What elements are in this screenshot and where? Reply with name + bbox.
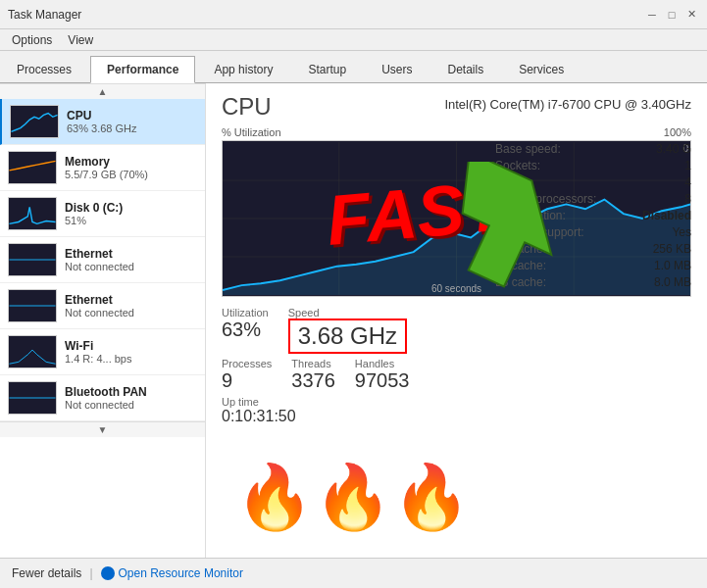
speed-label: Speed	[288, 307, 407, 318]
logical-value: 8	[684, 192, 691, 206]
info-l2: L2 cache: 1.0 MB	[495, 259, 691, 272]
hyperv-value: Yes	[672, 225, 691, 239]
speed-stat: Speed 3.68 GHz	[288, 307, 407, 354]
bluetooth-sidebar-detail: Not connected	[65, 399, 197, 411]
chart-labels: % Utilization 100%	[222, 126, 691, 138]
cpu-model: Intel(R) Core(TM) i7-6700 CPU @ 3.40GHz	[444, 97, 691, 112]
open-monitor-label: Open Resource Monitor	[119, 566, 243, 580]
virtualization-label: Virtualization:	[495, 209, 566, 222]
cpu-sidebar-detail: 63% 3.68 GHz	[67, 122, 197, 134]
chart-utilization-label: % Utilization	[222, 126, 281, 138]
tab-processes[interactable]: Processes	[0, 56, 88, 83]
threads-label: Threads	[291, 358, 335, 369]
info-cores: Cores: 4	[495, 175, 691, 189]
tab-details[interactable]: Details	[430, 56, 500, 83]
sidebar-item-disk[interactable]: Disk 0 (C:) 51%	[0, 191, 205, 237]
info-logical: Logical processors: 8	[495, 192, 691, 206]
disk-sidebar-name: Disk 0 (C:)	[65, 201, 197, 215]
monitor-icon	[101, 566, 115, 580]
menu-options[interactable]: Options	[4, 31, 60, 49]
bluetooth-sidebar-info: Bluetooth PAN Not connected	[65, 385, 197, 411]
sidebar-item-memory[interactable]: Memory 5.5/7.9 GB (70%)	[0, 145, 205, 191]
sidebar-item-cpu[interactable]: CPU 63% 3.68 GHz	[0, 99, 205, 145]
utilization-value: 63%	[222, 318, 269, 341]
title-bar: Task Manager ─ □ ✕	[0, 0, 707, 29]
disk-sidebar-info: Disk 0 (C:) 51%	[65, 201, 197, 226]
memory-thumbnail	[8, 151, 57, 184]
ethernet1-sidebar-detail: Not connected	[65, 261, 197, 272]
minimize-button[interactable]: ─	[644, 7, 660, 23]
sidebar-item-wifi[interactable]: Wi-Fi 1.4 R: 4... bps	[0, 329, 205, 375]
logical-label: Logical processors:	[495, 192, 596, 206]
ethernet1-thumbnail	[8, 243, 57, 276]
pth-row: Processes 9 Threads 3376 Handles 97053	[222, 358, 691, 392]
info-virtualization: Virtualization: Disabled	[495, 209, 691, 222]
restore-button[interactable]: □	[664, 7, 680, 23]
processes-label: Processes	[222, 358, 272, 369]
base-speed-value: 3.40 G	[656, 142, 691, 156]
processes-stat: Processes 9	[222, 358, 272, 392]
speed-value: 3.68 GHz	[298, 322, 397, 350]
tab-startup[interactable]: Startup	[291, 56, 363, 83]
disk-thumbnail	[8, 197, 57, 230]
sidebar-item-ethernet1[interactable]: Ethernet Not connected	[0, 237, 205, 283]
right-panel: CPU Intel(R) Core(TM) i7-6700 CPU @ 3.40…	[206, 83, 707, 558]
info-table: Base speed: 3.40 G Sockets: 1 Cores: 4 L…	[495, 142, 691, 292]
handles-value: 97053	[355, 369, 410, 392]
bottom-bar: Fewer details | Open Resource Monitor	[0, 558, 707, 587]
threads-value: 3376	[291, 369, 335, 392]
wifi-sidebar-detail: 1.4 R: 4... bps	[65, 353, 197, 365]
chart-time-label: 60 seconds	[431, 283, 481, 294]
sidebar-scroll-down[interactable]: ▼	[0, 421, 205, 437]
tab-app-history[interactable]: App history	[197, 56, 289, 83]
info-base-speed: Base speed: 3.40 G	[495, 142, 691, 156]
l2-label: L2 cache:	[495, 259, 546, 272]
handles-label: Handles	[355, 358, 410, 369]
l2-value: 1.0 MB	[654, 259, 691, 272]
memory-sidebar-name: Memory	[65, 155, 197, 169]
cpu-header: CPU Intel(R) Core(TM) i7-6700 CPU @ 3.40…	[222, 93, 691, 121]
ethernet2-thumbnail	[8, 289, 57, 322]
memory-sidebar-info: Memory 5.5/7.9 GB (70%)	[65, 155, 197, 180]
open-resource-monitor-link[interactable]: Open Resource Monitor	[101, 566, 243, 580]
tab-services[interactable]: Services	[502, 56, 581, 83]
handles-stat: Handles 97053	[355, 358, 410, 392]
tab-users[interactable]: Users	[365, 56, 429, 83]
l1-label: L1 cache:	[495, 242, 546, 256]
tab-performance[interactable]: Performance	[90, 56, 195, 83]
cpu-thumbnail	[10, 105, 59, 138]
main-content: ▲ CPU 63% 3.68 GHz Memory 5.5/7.9	[0, 83, 707, 558]
sockets-value: 1	[684, 159, 691, 172]
sidebar: ▲ CPU 63% 3.68 GHz Memory 5.5/7.9	[0, 83, 206, 558]
wifi-sidebar-info: Wi-Fi 1.4 R: 4... bps	[65, 339, 197, 365]
disk-sidebar-detail: 51%	[65, 215, 197, 226]
cpu-title: CPU	[222, 93, 272, 121]
menu-view[interactable]: View	[60, 31, 101, 49]
stats-row: Utilization 63% Speed 3.68 GHz	[222, 307, 691, 354]
bottom-separator: |	[89, 566, 92, 580]
ethernet2-sidebar-name: Ethernet	[65, 293, 197, 307]
sidebar-item-ethernet2[interactable]: Ethernet Not connected	[0, 283, 205, 329]
close-button[interactable]: ✕	[683, 7, 699, 23]
processes-value: 9	[222, 369, 272, 392]
wifi-thumbnail	[8, 335, 57, 368]
bluetooth-sidebar-name: Bluetooth PAN	[65, 385, 197, 399]
utilization-label: Utilization	[222, 307, 269, 318]
fewer-details-link[interactable]: Fewer details	[12, 566, 81, 580]
cores-value: 4	[684, 175, 691, 189]
utilization-stat: Utilization 63%	[222, 307, 269, 354]
sidebar-item-bluetooth[interactable]: Bluetooth PAN Not connected	[0, 375, 205, 421]
ethernet2-sidebar-info: Ethernet Not connected	[65, 293, 197, 318]
uptime-value: 0:10:31:50	[222, 408, 691, 425]
sidebar-scroll-up[interactable]: ▲	[0, 83, 205, 99]
base-speed-label: Base speed:	[495, 142, 561, 156]
info-l3: L3 cache: 8.0 MB	[495, 275, 691, 289]
hyperv-label: Hyper-V support:	[495, 225, 584, 239]
menu-bar: Options View	[0, 29, 707, 51]
bluetooth-thumbnail	[8, 381, 57, 415]
cores-label: Cores:	[495, 175, 530, 189]
info-hyperv: Hyper-V support: Yes	[495, 225, 691, 239]
l3-label: L3 cache:	[495, 275, 546, 289]
cpu-sidebar-name: CPU	[67, 109, 197, 122]
title-bar-controls: ─ □ ✕	[644, 7, 699, 23]
